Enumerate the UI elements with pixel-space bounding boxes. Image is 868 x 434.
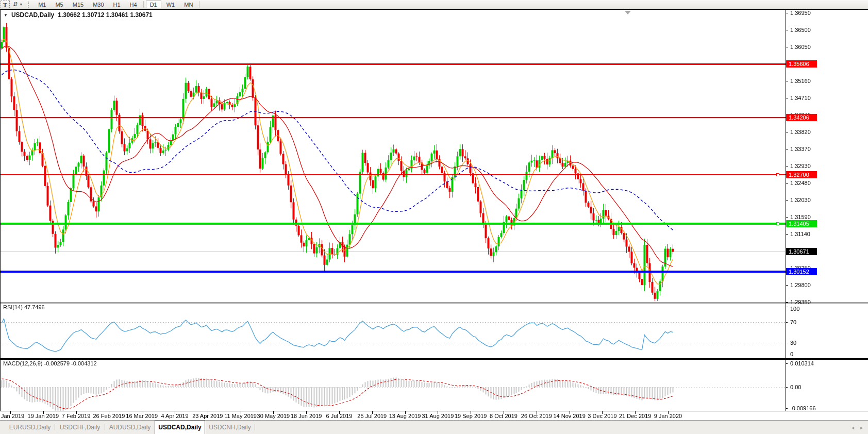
rsi-level-label: 100 — [790, 306, 799, 312]
price-tick-label: 1.36950 — [790, 10, 811, 16]
date-tick-label: 6 Jul 2019 — [326, 413, 353, 419]
price-line-label-1.31405: 1.31405 — [786, 220, 817, 227]
objects-dropdown-button[interactable]: ⇵ ▼ — [11, 1, 25, 8]
date-tick-label: 21 Dec 2019 — [619, 413, 651, 419]
rsi-level-label: 70 — [790, 319, 796, 326]
date-tick-label: 8 Oct 2019 — [490, 413, 518, 419]
price-tick-label: 1.32930 — [790, 163, 811, 170]
timeframe-button-D1[interactable]: D1 — [146, 1, 161, 8]
timeframe-button-H4[interactable]: H4 — [126, 1, 141, 8]
date-tick-label: 18 Jun 2019 — [291, 413, 322, 419]
tab-usdcad[interactable]: USDCAD,Daily — [155, 420, 205, 434]
chart-menu-arrow-icon[interactable]: ▼ — [4, 13, 8, 18]
timeframe-toolbar: M1M5M15M30H1H4D1W1MN — [34, 0, 201, 9]
price-tick-label: 1.34710 — [790, 95, 811, 102]
toolbar-separator — [199, 1, 199, 8]
date-tick-label: 25 Jul 2019 — [357, 413, 387, 419]
date-tick-label: 1 Jan 2019 — [0, 413, 24, 419]
timeframe-button-W1[interactable]: W1 — [162, 1, 179, 8]
date-tick-label: 26 Oct 2019 — [521, 413, 552, 419]
price-tick-label: 1.35160 — [790, 78, 811, 85]
date-tick-label: 4 Apr 2019 — [161, 413, 188, 419]
timeframe-button-M5[interactable]: M5 — [51, 1, 67, 8]
date-tick-label: 30 May 2019 — [257, 413, 290, 419]
date-tick-label: 31 Aug 2019 — [422, 413, 454, 419]
timeframe-button-M1[interactable]: M1 — [34, 1, 50, 8]
text-tool-button[interactable]: T — [1, 1, 10, 8]
date-tick-label: 7 Feb 2019 — [62, 413, 91, 419]
date-tick-label: 16 Mar 2019 — [126, 413, 158, 419]
price-line-label-1.30152: 1.30152 — [786, 268, 817, 275]
price-tick-label: 1.31590 — [790, 214, 811, 221]
tab-audusd[interactable]: AUDUSD,Daily — [105, 421, 155, 434]
date-tick-label: 23 Apr 2019 — [192, 413, 223, 419]
tabs-scroll-left-icon[interactable]: ◂ — [852, 425, 854, 430]
macd-level-label: 0.010314 — [790, 360, 814, 367]
date-tick-label: 19 Jan 2019 — [28, 413, 59, 419]
sort-arrows-icon: ⇵ — [13, 2, 18, 7]
toolbar-separator — [143, 1, 144, 8]
tab-usdchf[interactable]: USDCHF,Daily — [55, 421, 105, 434]
timeframe-button-M15[interactable]: M15 — [69, 1, 88, 8]
mt4-window: { "toolbar": { "text_tool_label": "T", "… — [0, 0, 868, 434]
rsi-level-label: 0 — [790, 351, 793, 358]
tabs-scroll-right-icon[interactable]: ▸ — [860, 425, 863, 430]
price-tick-label: 1.29800 — [790, 282, 811, 289]
price-line-label-1.35606: 1.35606 — [786, 60, 817, 68]
price-tick-label: 1.33820 — [790, 129, 811, 136]
date-tick-label: 13 Aug 2019 — [389, 413, 421, 419]
macd-level-label: -0.009166 — [790, 405, 816, 412]
timeframe-button-M30[interactable]: M30 — [89, 1, 108, 8]
chart-ohlc-label: 1.30662 1.30712 1.30461 1.30671 — [58, 11, 153, 19]
date-tick-label: 11 May 2019 — [224, 413, 257, 419]
rsi-indicator-label: RSI(14) 47.7496 — [3, 304, 45, 310]
date-tick-label: 9 Jan 2020 — [654, 413, 682, 419]
chart-title: ▼ USDCAD,Daily 1.30662 1.30712 1.30461 1… — [4, 11, 153, 19]
chart-symbol-label: USDCAD,Daily — [11, 11, 54, 19]
price-tick-label: 1.31140 — [790, 231, 810, 238]
price-line-label-1.30671: 1.30671 — [786, 248, 817, 255]
price-chart-canvas[interactable] — [0, 9, 868, 414]
price-tick-label: 1.36500 — [790, 27, 811, 34]
date-tick-label: 3 Dec 2019 — [588, 413, 616, 419]
tab-separator — [255, 424, 255, 430]
tab-scroll-arrows: ◂ ▸ — [852, 421, 863, 434]
toolbar: T ⇵ ▼ M1M5M15M30H1H4D1W1MN — [0, 0, 868, 9]
price-line-label-1.32700: 1.32700 — [786, 171, 817, 178]
date-tick-label: 26 Feb 2019 — [93, 413, 125, 419]
text-tool-label: T — [3, 2, 7, 8]
price-line-label-1.34206: 1.34206 — [786, 114, 817, 121]
rsi-level-label: 30 — [790, 340, 796, 346]
date-tick-label: 14 Nov 2019 — [553, 413, 585, 419]
tab-eurusd[interactable]: EURUSD,Daily — [5, 421, 55, 434]
tab-usdcnh[interactable]: USDCNH,Daily — [205, 421, 255, 434]
timeframe-button-H1[interactable]: H1 — [109, 1, 125, 8]
macd-indicator-label: MACD(12,26,9) -0.002579 -0.004312 — [3, 360, 97, 366]
price-tick-label: 1.32480 — [790, 180, 811, 187]
toolbar-grip — [28, 2, 30, 8]
macd-level-label: 0.00 — [790, 384, 801, 391]
chart-tab-bar: EURUSD,DailyUSDCHF,DailyAUDUSD,DailyUSDC… — [0, 420, 868, 434]
price-tick-label: 1.36050 — [790, 44, 811, 51]
date-tick-label: 19 Sep 2019 — [455, 413, 487, 419]
price-tick-label: 1.33370 — [790, 146, 811, 153]
chevron-down-icon: ▼ — [19, 3, 23, 6]
price-tick-label: 1.29350 — [790, 299, 811, 306]
tab-strip: EURUSD,DailyUSDCHF,DailyAUDUSD,DailyUSDC… — [5, 421, 255, 434]
price-tick-label: 1.32030 — [790, 197, 811, 204]
timeframe-button-MN[interactable]: MN — [180, 1, 197, 8]
